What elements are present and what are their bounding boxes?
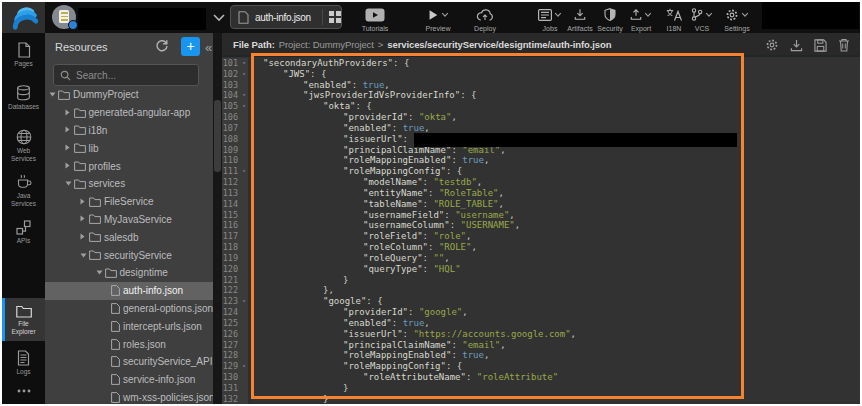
folder-icon — [89, 232, 101, 242]
expand-arrow-icon[interactable] — [80, 252, 89, 259]
toolbar-deploy[interactable]: Deploy — [455, 7, 515, 32]
refresh-button[interactable] — [155, 39, 169, 53]
delete-icon[interactable] — [838, 38, 850, 52]
database-icon — [16, 85, 31, 101]
search-placeholder: Search... — [76, 70, 116, 81]
breadcrumb-path: services/securityService/designtime/auth… — [387, 39, 611, 50]
file-tab[interactable]: auth-info.json — [230, 5, 342, 29]
breadcrumb-separator: > — [378, 39, 383, 50]
sidebar-item-databases[interactable]: Databases — [2, 85, 45, 111]
panel-resizer[interactable] — [213, 33, 222, 404]
gear-icon — [725, 7, 749, 22]
dots-icon — [17, 389, 31, 393]
redacted-header-right — [762, 2, 859, 29]
tree-item-profiles[interactable]: profiles — [45, 157, 213, 175]
tutorials-label: Tutorials — [362, 25, 389, 32]
tree-scrollbar-thumb[interactable] — [214, 100, 221, 172]
sidebar-item-more[interactable] — [2, 389, 45, 395]
file-tab-label: auth-info.json — [255, 12, 314, 23]
file-icon — [111, 321, 120, 332]
avatar-doc-glyph — [59, 10, 69, 23]
collapse-arrow-icon[interactable] — [65, 109, 74, 117]
app-logo[interactable] — [2, 2, 45, 33]
file-tree: DummyProjectgenerated-angular-appi18nlib… — [45, 86, 213, 406]
folder-icon — [74, 161, 86, 171]
download-file-icon[interactable] — [790, 39, 803, 52]
collapse-arrow-icon[interactable] — [65, 126, 74, 134]
file-icon — [111, 392, 120, 403]
tree-item-i18n[interactable]: i18n — [45, 122, 213, 140]
avatar-badge — [68, 20, 78, 30]
breadcrumb-prefix: File Path: — [233, 39, 275, 50]
file-icon — [111, 356, 120, 367]
tree-item-myjavaservice[interactable]: MyJavaService — [45, 211, 213, 229]
tree-item-general-options-json[interactable]: general-options.json — [45, 300, 213, 318]
tree-item-dummyproject[interactable]: DummyProject — [45, 86, 213, 104]
folder-icon — [89, 214, 101, 224]
sidebar-item-apis[interactable]: APIs — [2, 220, 45, 245]
chevron-down-icon[interactable] — [212, 13, 226, 22]
file-icon — [238, 11, 249, 24]
resources-title: Resources — [55, 41, 108, 53]
settings-icon[interactable] — [765, 38, 779, 52]
cloud-icon — [476, 7, 494, 22]
collapse-arrow-icon[interactable] — [80, 233, 89, 241]
file-icon — [111, 339, 120, 350]
search-input[interactable]: Search... — [53, 64, 199, 86]
grid-icon[interactable] — [329, 11, 341, 23]
app-root: auth-info.json Tutorials PreviewDeployJo… — [2, 2, 860, 404]
coffee-icon — [16, 174, 32, 190]
collapse-arrow-icon[interactable] — [65, 144, 74, 152]
wavemaker-logo-icon — [10, 4, 38, 32]
file-icon — [111, 303, 120, 314]
tree-item-lib[interactable]: lib — [45, 139, 213, 157]
folder-icon — [16, 305, 32, 318]
folder-icon — [74, 179, 86, 189]
collapse-arrow-icon[interactable] — [80, 215, 89, 223]
tree-item-designtime[interactable]: designtime — [45, 264, 213, 282]
tutorials-icon — [365, 7, 385, 22]
folder-icon — [74, 108, 86, 118]
file-icon — [111, 374, 120, 385]
add-resource-button[interactable]: + — [181, 37, 200, 56]
folder-icon — [58, 90, 70, 100]
collapse-arrow-icon[interactable] — [80, 198, 89, 206]
folder-icon — [74, 125, 86, 135]
tree-item-service-info-json[interactable]: service-info.json — [45, 371, 213, 389]
project-avatar[interactable] — [52, 5, 76, 29]
page-icon — [17, 42, 31, 58]
save-icon[interactable] — [814, 39, 827, 52]
folder-icon — [89, 197, 101, 207]
tree-item-securityservice[interactable]: securityService — [45, 246, 213, 264]
tree-item-intercept-urls-json[interactable]: intercept-urls.json — [45, 317, 213, 335]
tree-item-fileservice[interactable]: FileService — [45, 193, 213, 211]
tree-item-auth-info-json[interactable]: auth-info.json — [45, 282, 213, 300]
tree-item-services[interactable]: services — [45, 175, 213, 193]
toolbar-tutorials[interactable]: Tutorials — [345, 7, 405, 32]
annotation-highlight-box — [251, 53, 744, 399]
sidebar-item-pages[interactable]: Pages — [2, 42, 45, 68]
activity-sidebar: PagesDatabasesWeb ServicesJava ServicesA… — [2, 33, 45, 404]
sidebar-item-java-services[interactable]: Java Services — [2, 174, 45, 207]
tree-item-roles-json[interactable]: roles.json — [45, 335, 213, 353]
play-icon — [427, 7, 449, 22]
collapse-arrow-icon[interactable] — [65, 162, 74, 170]
expand-arrow-icon[interactable] — [65, 180, 74, 187]
sidebar-item-logs[interactable]: Logs — [2, 350, 45, 376]
breadcrumb-project: Project: DummyProject — [279, 39, 374, 50]
tree-item-securityservice-api-js[interactable]: securityService_API.js — [45, 353, 213, 371]
expand-arrow-icon[interactable] — [49, 91, 58, 98]
tree-item-wm-xss-policies-json[interactable]: wm-xss-policies.json — [45, 389, 213, 406]
folder-icon — [89, 250, 101, 260]
globe-icon — [16, 129, 32, 145]
expand-arrow-icon[interactable] — [96, 269, 105, 276]
tree-item-generated-angular-app[interactable]: generated-angular-app — [45, 104, 213, 122]
sidebar-item-file-explorer[interactable]: File Explorer — [2, 298, 45, 341]
logs-icon — [17, 350, 30, 366]
search-icon — [60, 70, 71, 81]
redacted-project-name — [78, 8, 206, 30]
collapse-panel-icon[interactable]: « — [205, 40, 211, 55]
sidebar-item-web-services[interactable]: Web Services — [2, 129, 45, 162]
tree-item-salesdb[interactable]: salesdb — [45, 228, 213, 246]
toolbar-settings[interactable]: Settings — [707, 7, 767, 32]
